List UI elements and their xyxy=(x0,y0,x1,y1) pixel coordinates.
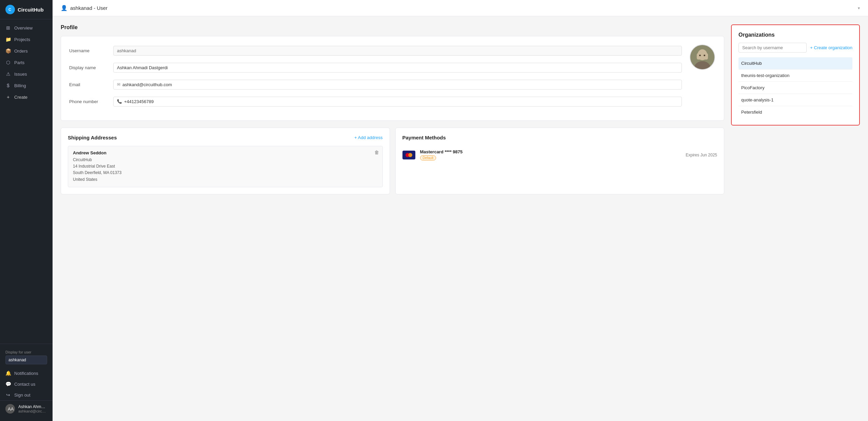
projects-icon: 📁 xyxy=(5,37,11,42)
email-icon: ✉ xyxy=(117,82,120,87)
org-name: quote-analysis-1 xyxy=(741,97,773,102)
sidebar-item-issues[interactable]: ⚠ Issues xyxy=(0,68,53,80)
address-name: Andrew Seddon xyxy=(73,150,378,155)
svg-text:AA: AA xyxy=(8,406,14,412)
sidebar-user-info: Ashkan Ahmadi Dastgerdi ashkand@circuith… xyxy=(18,404,47,413)
topbar: 👤 ashkanad - User ▾ xyxy=(53,0,868,16)
phone-text: +44123456789 xyxy=(124,99,154,104)
organizations-panel: Organizations + Create organization Circ… xyxy=(731,24,860,126)
delete-address-button[interactable]: 🗑 xyxy=(374,150,379,155)
main-content: 👤 ashkanad - User ▾ Profile Username xyxy=(53,0,868,421)
add-address-button[interactable]: + Add address xyxy=(354,135,382,140)
org-name: theunis-test-organization xyxy=(741,73,789,78)
sidebar-logo[interactable]: C CircuitHub xyxy=(0,0,53,19)
sidebar-item-label: Orders xyxy=(14,49,28,54)
sign-out-label: Sign out xyxy=(14,393,31,398)
address-line1: CircuitHub xyxy=(73,157,378,163)
topbar-title-text: ashkanad - User xyxy=(70,5,107,11)
sidebar-item-orders[interactable]: 📦 Orders xyxy=(0,45,53,57)
orders-icon: 📦 xyxy=(5,48,11,54)
org-item-picofactory[interactable]: PicoFactory xyxy=(738,82,852,94)
profile-avatar-image xyxy=(690,44,715,70)
payment-card-name: Mastercard **** 9875 xyxy=(420,149,681,154)
sidebar: C CircuitHub ⊞ Overview 📁 Projects 📦 Ord… xyxy=(0,0,53,421)
org-item-circuithub[interactable]: CircuitHub xyxy=(738,57,852,69)
billing-icon: $ xyxy=(5,83,11,88)
org-name: CircuitHub xyxy=(741,61,762,66)
chevron-down-icon[interactable]: ▾ xyxy=(858,6,860,11)
payment-card-header: Payment Methods xyxy=(402,135,717,140)
create-organization-button[interactable]: + Create organization xyxy=(810,45,852,50)
sign-out-icon: ↪ xyxy=(5,392,11,398)
address-line4: United States xyxy=(73,176,378,183)
notifications-icon: 🔔 xyxy=(5,370,11,376)
profile-avatar-section xyxy=(689,44,716,112)
sidebar-item-billing[interactable]: $ Billing xyxy=(0,80,53,91)
sidebar-item-sign-out[interactable]: ↪ Sign out xyxy=(0,389,53,400)
topbar-title: 👤 ashkanad - User xyxy=(61,5,107,11)
org-item-theunis[interactable]: theunis-test-organization xyxy=(738,70,852,81)
sidebar-item-parts[interactable]: ⬡ Parts xyxy=(0,57,53,68)
sidebar-item-label: Create xyxy=(14,95,27,100)
user-name: Ashkan Ahmadi Dastgerdi xyxy=(18,404,47,409)
sidebar-item-label: Billing xyxy=(14,83,26,88)
sidebar-item-notifications[interactable]: 🔔 Notifications xyxy=(0,368,53,379)
mastercard-icon xyxy=(402,151,415,159)
display-name-label: Display name xyxy=(69,65,113,70)
user-email: ashkand@circuithub.com xyxy=(18,409,47,413)
username-input xyxy=(113,46,682,56)
sidebar-item-label: Parts xyxy=(14,60,24,65)
sidebar-item-overview[interactable]: ⊞ Overview xyxy=(0,22,53,34)
address-line2: 14 Industrial Drive East xyxy=(73,163,378,170)
sidebar-item-label: Overview xyxy=(14,25,33,31)
app-logo-icon: C xyxy=(5,5,15,14)
shipping-card-header: Shipping Addresses + Add address xyxy=(68,135,383,140)
issues-icon: ⚠ xyxy=(5,71,11,77)
email-row: Email ✉ ashkand@circuithub.com xyxy=(69,78,682,91)
organizations-title: Organizations xyxy=(738,32,852,38)
profile-form: Username Display name Emai xyxy=(69,44,716,112)
phone-value: 📞 +44123456789 xyxy=(113,97,682,107)
user-circle-icon: 👤 xyxy=(61,5,67,11)
payment-info: Mastercard **** 9875 Default xyxy=(420,149,681,160)
sidebar-item-contact-us[interactable]: 💬 Contact us xyxy=(0,379,53,389)
payment-default-badge: Default xyxy=(420,155,436,160)
phone-row: Phone number 📞 +44123456789 xyxy=(69,95,682,108)
sidebar-item-create[interactable]: + Create xyxy=(0,91,53,103)
sidebar-bottom: Display for user 🔔 Notifications 💬 Conta… xyxy=(0,344,53,421)
contact-us-label: Contact us xyxy=(14,382,35,387)
org-item-petersfield[interactable]: Petersfield xyxy=(738,106,852,118)
display-for-user-label: Display for user xyxy=(5,350,47,354)
svg-rect-7 xyxy=(696,53,708,60)
phone-label: Phone number xyxy=(69,99,113,104)
profile-card: Username Display name Emai xyxy=(61,36,724,121)
svg-point-9 xyxy=(704,55,705,56)
shipping-payment-row: Shipping Addresses + Add address Andrew … xyxy=(61,128,724,194)
sidebar-nav: ⊞ Overview 📁 Projects 📦 Orders ⬡ Parts ⚠… xyxy=(0,19,53,344)
address-line3: South Deerfield, MA 01373 xyxy=(73,170,378,176)
sidebar-item-projects[interactable]: 📁 Projects xyxy=(0,34,53,45)
sidebar-item-label: Projects xyxy=(14,37,30,42)
display-name-input[interactable] xyxy=(113,63,682,73)
contact-icon: 💬 xyxy=(5,381,11,387)
display-for-user-section: Display for user xyxy=(0,347,53,368)
orgs-search-input[interactable] xyxy=(738,43,807,53)
shipping-title: Shipping Addresses xyxy=(68,135,117,140)
payment-item: Mastercard **** 9875 Default Expires Jun… xyxy=(402,146,717,164)
payment-card: Payment Methods Mastercard xyxy=(395,128,725,194)
email-label: Email xyxy=(69,82,113,87)
org-item-quote-analysis[interactable]: quote-analysis-1 xyxy=(738,94,852,106)
org-name: Petersfield xyxy=(741,110,762,115)
email-text: ashkand@circuithub.com xyxy=(122,82,172,87)
orgs-search-row: + Create organization xyxy=(738,43,852,53)
svg-point-8 xyxy=(699,55,701,56)
display-name-value xyxy=(113,63,682,73)
username-label: Username xyxy=(69,48,113,53)
avatar: AA xyxy=(5,404,15,414)
display-for-user-input[interactable] xyxy=(5,356,47,364)
profile-main: Profile Username Display name xyxy=(61,24,724,413)
svg-text:C: C xyxy=(8,7,11,12)
display-name-row: Display name xyxy=(69,61,682,74)
phone-icon: 📞 xyxy=(117,99,122,104)
address-item: Andrew Seddon CircuitHub 14 Industrial D… xyxy=(68,146,383,187)
